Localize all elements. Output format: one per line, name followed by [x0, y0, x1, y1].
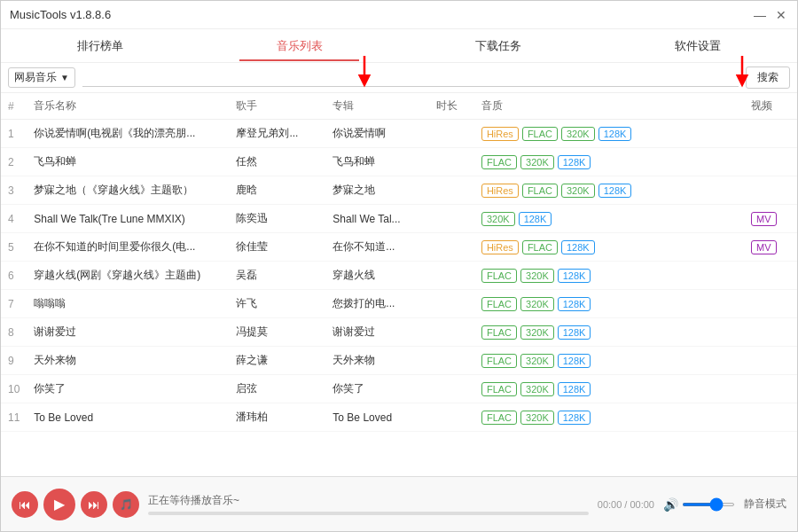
next-button[interactable]: ⏭: [81, 491, 107, 518]
cell-album: 你说爱情啊: [325, 120, 429, 148]
tab-settings[interactable]: 软件设置: [598, 31, 798, 61]
table-row[interactable]: 4Shall We Talk(Tre Lune MMXIX)陈奕迅Shall W…: [1, 205, 797, 233]
play-button[interactable]: ▶: [43, 489, 75, 520]
cell-album: Shall We Tal...: [325, 205, 429, 233]
badge-flac[interactable]: FLAC: [481, 297, 517, 311]
tab-charts[interactable]: 排行榜单: [1, 31, 200, 61]
cell-duration: [429, 375, 474, 403]
cell-quality: HiResFLAC128K: [474, 233, 744, 262]
player-status: 正在等待播放音乐~: [148, 493, 589, 508]
dropdown-arrow-icon: ▼: [60, 73, 69, 82]
badge-hires[interactable]: HiRes: [481, 127, 519, 141]
cell-quality: FLAC320K128K: [474, 375, 744, 403]
table-container[interactable]: # 音乐名称 歌手 专辑 时长 音质 视频 1你说爱情啊(电视剧《我的漂亮朋..…: [1, 93, 797, 476]
nav-bar: 排行榜单 音乐列表 下载任务 软件设置: [1, 29, 797, 63]
cell-artist: 任然: [229, 148, 325, 176]
volume-icon[interactable]: 🔊: [663, 497, 678, 512]
content-area: # 音乐名称 歌手 专辑 时长 音质 视频 1你说爱情啊(电视剧《我的漂亮朋..…: [1, 93, 797, 476]
badge-320k[interactable]: 320K: [561, 184, 595, 198]
table-row[interactable]: 5在你不知道的时间里爱你很久(电...徐佳莹在你不知道...HiResFLAC1…: [1, 233, 797, 262]
badge-128k[interactable]: 128K: [558, 325, 591, 340]
table-row[interactable]: 8谢谢爱过冯提莫谢谢爱过FLAC320K128K: [1, 318, 797, 347]
player-bar: ⏮ ▶ ⏭ 🎵 正在等待播放音乐~ 00:00 / 00:00 🔊 静音模式: [1, 476, 797, 531]
tab-download[interactable]: 下载任务: [399, 31, 598, 61]
table-row[interactable]: 11To Be Loved潘玮柏To Be LovedFLAC320K128K: [1, 403, 797, 432]
badge-320k[interactable]: 320K: [520, 382, 554, 396]
badge-128k[interactable]: 128K: [558, 269, 591, 283]
badge-flac[interactable]: FLAC: [481, 411, 517, 425]
badge-128k[interactable]: 128K: [598, 127, 632, 141]
table-row[interactable]: 10你笑了启弦你笑了FLAC320K128K: [1, 375, 797, 403]
badge-flac[interactable]: FLAC: [522, 127, 558, 141]
cell-quality: HiResFLAC320K128K: [474, 176, 744, 205]
cell-num: 7: [1, 290, 27, 318]
header-video: 视频: [744, 93, 797, 120]
cell-album: 你笑了: [325, 375, 429, 403]
cell-video: [744, 318, 797, 347]
badge-flac[interactable]: FLAC: [481, 325, 517, 340]
cell-video: [744, 120, 797, 148]
search-button[interactable]: 搜索: [746, 66, 790, 89]
cell-quality: FLAC320K128K: [474, 318, 744, 347]
badge-flac[interactable]: FLAC: [481, 269, 517, 283]
badge-320k[interactable]: 320K: [520, 297, 554, 311]
badge-128k[interactable]: 128K: [558, 382, 591, 396]
badge-flac[interactable]: FLAC: [522, 240, 558, 254]
tab-music-list[interactable]: 音乐列表: [200, 31, 400, 61]
badge-128k[interactable]: 128K: [558, 297, 591, 311]
badge-flac[interactable]: FLAC: [481, 354, 517, 368]
table-row[interactable]: 3梦寐之地（《穿越火线》主题歌）鹿晗梦寐之地HiResFLAC320K128K: [1, 176, 797, 205]
cell-num: 8: [1, 318, 27, 347]
badge-320k[interactable]: 320K: [481, 212, 515, 226]
volume-slider[interactable]: [682, 503, 735, 506]
badge-128k[interactable]: 128K: [558, 354, 591, 368]
badge-320k[interactable]: 320K: [561, 127, 595, 141]
prev-button[interactable]: ⏮: [12, 491, 38, 518]
badge-flac[interactable]: FLAC: [481, 155, 517, 169]
table-row[interactable]: 9天外来物薛之谦天外来物FLAC320K128K: [1, 347, 797, 375]
badge-320k[interactable]: 320K: [520, 354, 554, 368]
badge-mv[interactable]: MV: [751, 212, 777, 226]
table-row[interactable]: 1你说爱情啊(电视剧《我的漂亮朋...摩登兄弟刘...你说爱情啊HiResFLA…: [1, 120, 797, 148]
cell-name: 梦寐之地（《穿越火线》主题歌）: [27, 176, 229, 205]
search-input[interactable]: [82, 69, 739, 87]
cell-artist: 潘玮柏: [229, 403, 325, 432]
badge-128k[interactable]: 128K: [561, 240, 595, 254]
cell-name: 嗡嗡嗡: [27, 290, 229, 318]
badge-320k[interactable]: 320K: [520, 325, 554, 340]
badge-128k[interactable]: 128K: [519, 212, 552, 226]
toolbar: 网易音乐 ▼ 搜索: [1, 63, 797, 93]
cell-num: 11: [1, 403, 27, 432]
cell-artist: 启弦: [229, 375, 325, 403]
cell-quality: FLAC320K128K: [474, 148, 744, 176]
cell-artist: 冯提莫: [229, 318, 325, 347]
cell-name: To Be Loved: [27, 403, 229, 432]
music-mode-button[interactable]: 🎵: [113, 491, 139, 518]
header-album: 专辑: [325, 93, 429, 120]
cell-duration: [429, 148, 474, 176]
badge-320k[interactable]: 320K: [520, 269, 554, 283]
badge-hires[interactable]: HiRes: [481, 184, 519, 198]
cell-duration: [429, 120, 474, 148]
table-row[interactable]: 6穿越火线(网剧《穿越火线》主题曲)吴磊穿越火线FLAC320K128K: [1, 262, 797, 290]
badge-hires[interactable]: HiRes: [481, 240, 519, 254]
table-row[interactable]: 7嗡嗡嗡许飞您拨打的电...FLAC320K128K: [1, 290, 797, 318]
cell-duration: [429, 176, 474, 205]
cell-num: 1: [1, 120, 27, 148]
cell-num: 10: [1, 375, 27, 403]
badge-128k[interactable]: 128K: [598, 184, 632, 198]
badge-320k[interactable]: 320K: [520, 155, 554, 169]
source-select[interactable]: 网易音乐 ▼: [8, 67, 75, 88]
badge-flac[interactable]: FLAC: [481, 382, 517, 396]
table-row[interactable]: 2飞鸟和蝉任然飞鸟和蝉FLAC320K128K: [1, 148, 797, 176]
minimize-button[interactable]: —: [753, 8, 767, 22]
badge-128k[interactable]: 128K: [558, 155, 591, 169]
cell-num: 3: [1, 176, 27, 205]
badge-320k[interactable]: 320K: [520, 411, 554, 425]
close-button[interactable]: ✕: [774, 8, 788, 22]
cell-quality: HiResFLAC320K128K: [474, 120, 744, 148]
badge-mv[interactable]: MV: [751, 240, 777, 254]
badge-flac[interactable]: FLAC: [522, 184, 558, 198]
progress-bar[interactable]: [148, 512, 589, 515]
badge-128k[interactable]: 128K: [558, 411, 591, 425]
